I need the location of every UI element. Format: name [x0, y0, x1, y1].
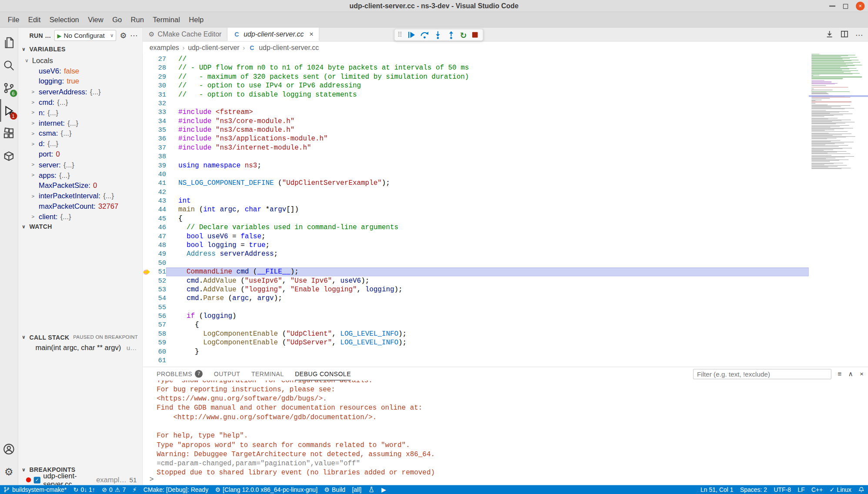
gutter-marker[interactable] — [143, 259, 151, 267]
breadcrumb-item[interactable]: udp-client-server.cc — [259, 44, 319, 52]
code-line[interactable]: 31// - option to disable logging stateme… — [143, 90, 808, 99]
gutter-marker[interactable] — [143, 81, 151, 90]
tab-output[interactable]: OUTPUT — [214, 367, 240, 381]
status-cursor-position[interactable]: Ln 51, Col 1 — [697, 485, 737, 494]
code-line[interactable]: 58 LogComponentEnable ("UdpClient", LOG_… — [143, 330, 808, 338]
launch-config-dropdown[interactable]: ▶ No Configurat ∨ — [54, 30, 117, 41]
code-line[interactable]: 42 — [143, 188, 808, 197]
variable-row[interactable]: maxPacketCount:32767 — [18, 201, 142, 211]
status-language[interactable]: C++ — [808, 485, 826, 494]
code-line[interactable]: 49 Address serverAddress; — [143, 250, 808, 258]
split-editor-icon[interactable] — [840, 30, 848, 40]
gutter-marker[interactable] — [143, 241, 151, 250]
settings-gear-icon[interactable]: ⚙ — [0, 460, 18, 483]
code-line[interactable]: 52 cmd.AddValue ("useIpv6", "Use Ipv6", … — [143, 276, 808, 285]
status-encoding[interactable]: UTF-8 — [771, 485, 795, 494]
code-line[interactable]: 43int — [143, 197, 808, 205]
call-stack-header[interactable]: ∨ CALL STACK PAUSED ON BREAKPOINT — [18, 332, 142, 342]
code-line[interactable]: 38 — [143, 152, 808, 161]
maximize-icon[interactable] — [843, 3, 848, 8]
gutter-marker[interactable] — [143, 90, 151, 99]
status-ctest[interactable] — [365, 485, 378, 494]
breadcrumb-item[interactable]: examples — [150, 44, 179, 52]
variable-row[interactable]: >serverAddress:{...} — [18, 87, 142, 97]
step-into-button[interactable] — [432, 30, 443, 40]
explorer-icon[interactable] — [0, 31, 18, 53]
gutter-marker[interactable] — [143, 117, 151, 126]
menu-item[interactable]: Run — [126, 13, 148, 26]
gutter-marker[interactable] — [143, 267, 151, 276]
variables-header[interactable]: ∨ VARIABLES — [18, 44, 142, 54]
gutter-marker[interactable] — [143, 134, 151, 143]
menu-item[interactable]: File — [3, 13, 24, 26]
menu-item[interactable]: View — [83, 13, 108, 26]
breakpoint-row[interactable]: ✓ udp-client-server.cc exampl… 51 — [18, 474, 142, 485]
code-line[interactable]: 50 — [143, 259, 808, 267]
more-actions-icon[interactable]: ⋯ — [130, 32, 138, 40]
tab-cmake-cache-editor[interactable]: ⚙ CMake Cache Editor — [143, 28, 227, 41]
gutter-marker[interactable] — [143, 303, 151, 312]
run-debug-icon[interactable]: 1 — [0, 99, 18, 122]
status-kit[interactable]: ⚙ [Clang 12.0.0 x86_64-pc-linux-gnu] — [212, 485, 321, 494]
variable-row[interactable]: MaxPacketSize:0 — [18, 180, 142, 191]
breakpoint-checkbox[interactable]: ✓ — [34, 477, 40, 483]
menu-item[interactable]: Go — [108, 13, 126, 26]
code-line[interactable]: 41NS_LOG_COMPONENT_DEFINE ("UdpClientSer… — [143, 179, 808, 187]
code-line[interactable]: 33#include <fstream> — [143, 108, 808, 117]
tab-problems[interactable]: PROBLEMS 7 — [157, 367, 203, 381]
gutter-marker[interactable] — [143, 214, 151, 223]
status-branch[interactable]: buildsystem-cmake* — [0, 485, 70, 494]
gutter-marker[interactable] — [143, 73, 151, 81]
gutter-marker[interactable] — [143, 126, 151, 134]
code-line[interactable]: 44main (int argc, char *argv[]) — [143, 205, 808, 214]
code-line[interactable]: 32 — [143, 99, 808, 108]
gutter-marker[interactable] — [143, 108, 151, 117]
step-out-button[interactable] — [445, 30, 456, 40]
close-icon[interactable]: × — [856, 2, 865, 10]
code-line[interactable]: 55 — [143, 303, 808, 312]
drag-handle-icon[interactable]: ⠿ — [397, 31, 402, 39]
code-line[interactable]: 45{ — [143, 214, 808, 223]
gutter-marker[interactable] — [143, 152, 151, 161]
code-line[interactable]: 34#include "ns3/core-module.h" — [143, 117, 808, 126]
gutter-marker[interactable] — [143, 320, 151, 329]
variable-row[interactable]: >interPacketInterval:{...} — [18, 191, 142, 201]
package-box-icon[interactable] — [0, 144, 18, 167]
code-line[interactable]: 53 cmd.AddValue ("logging", "Enable logg… — [143, 285, 808, 294]
code-line[interactable]: 35#include "ns3/csma-module.h" — [143, 126, 808, 134]
gutter-marker[interactable] — [143, 285, 151, 294]
code-line[interactable]: 59 LogComponentEnable ("UdpServer", LOG_… — [143, 338, 808, 347]
variable-row[interactable]: >n:{...} — [18, 107, 142, 118]
debug-settings-gear-icon[interactable]: ⚙ — [120, 32, 127, 40]
restart-button[interactable]: ↻ — [459, 30, 468, 40]
variable-row[interactable]: logging:true — [18, 76, 142, 87]
gutter-marker[interactable] — [143, 276, 151, 285]
gutter-marker[interactable] — [143, 356, 151, 365]
status-eol[interactable]: LF — [794, 485, 808, 494]
tab-close-icon[interactable]: × — [309, 30, 314, 38]
code-line[interactable]: 28// - UDP flow from n0 to n1 of 1024 by… — [143, 63, 808, 72]
menu-item[interactable]: Help — [184, 13, 208, 26]
run-install-icon[interactable] — [825, 30, 834, 40]
status-debug-lightning[interactable]: ⚡ — [129, 485, 140, 494]
code-editor[interactable]: 27//28// - UDP flow from n0 to n1 of 102… — [143, 54, 868, 367]
maximize-panel-icon[interactable]: ∧ — [848, 370, 853, 378]
variable-row[interactable]: >server:{...} — [18, 160, 142, 170]
tab-terminal[interactable]: TERMINAL — [251, 367, 284, 381]
code-line[interactable]: 30// - option to use IPv4 or IPv6 addres… — [143, 81, 808, 90]
menu-item[interactable]: Selection — [45, 13, 83, 26]
tab-udp-client-server[interactable]: C udp-client-server.cc × — [227, 28, 320, 41]
status-build-target[interactable]: [all] — [349, 485, 365, 494]
status-sync[interactable]: ↻ 0↓ 1↑ — [70, 485, 99, 494]
code-line[interactable]: 46 // Declare variables used in command-… — [143, 223, 808, 232]
status-notifications[interactable] — [855, 485, 868, 494]
stack-frame[interactable]: main(int argc, char ** argv) u… — [18, 342, 142, 353]
code-line[interactable]: 40 — [143, 170, 808, 179]
code-line[interactable]: 56 if (logging) — [143, 312, 808, 320]
gutter-marker[interactable] — [143, 250, 151, 258]
code-line[interactable]: 51 CommandLine cmd (__FILE__); — [143, 267, 808, 276]
gutter-marker[interactable] — [143, 63, 151, 72]
gutter-marker[interactable] — [143, 99, 151, 108]
variable-row[interactable]: >internet:{...} — [18, 118, 142, 128]
search-icon[interactable] — [0, 54, 18, 77]
